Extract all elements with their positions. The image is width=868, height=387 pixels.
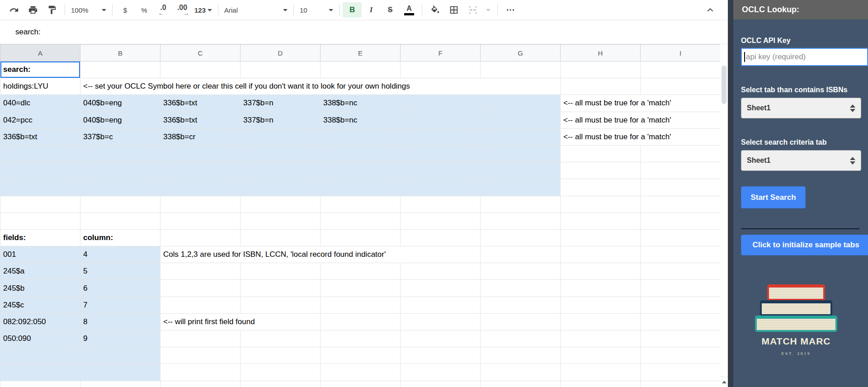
cell-C13[interactable] [160, 263, 241, 280]
cell-H16[interactable] [561, 313, 641, 330]
merge-options-button[interactable] [482, 2, 494, 18]
cell-G11[interactable] [481, 229, 561, 246]
cell-E18[interactable] [321, 347, 401, 364]
cell-I10[interactable] [641, 212, 721, 229]
currency-format-button[interactable]: $ [116, 2, 135, 18]
italic-button[interactable]: I [362, 2, 381, 18]
increase-decimal-button[interactable]: .00 → [173, 2, 192, 18]
cell-B11[interactable]: column: [80, 229, 160, 246]
cell-D11[interactable] [241, 229, 321, 246]
cell-G9[interactable] [481, 196, 561, 212]
cell-E15[interactable] [321, 297, 401, 313]
cell-C8[interactable] [160, 179, 241, 196]
cell-D10[interactable] [241, 212, 321, 229]
cell-I1[interactable] [641, 61, 721, 78]
cell-D7[interactable] [241, 162, 321, 179]
cell-A7[interactable] [0, 162, 80, 179]
print-button[interactable] [24, 2, 42, 18]
cell-A15[interactable]: 245$c [0, 297, 80, 313]
cell-C7[interactable] [160, 162, 241, 179]
cell-H6[interactable] [561, 145, 641, 162]
cell-B19[interactable] [80, 364, 160, 381]
cell-A14[interactable]: 245$b [0, 280, 80, 297]
cell-I18[interactable] [641, 347, 721, 364]
cell-I8[interactable] [641, 179, 721, 196]
cell-A2[interactable]: holdings:LYU [0, 78, 80, 95]
cell-H12[interactable] [561, 246, 641, 263]
cell-A12[interactable]: 001 [0, 246, 80, 263]
cell-G1[interactable] [481, 61, 561, 78]
cell-C11[interactable] [160, 229, 241, 246]
scrollbar-thumb[interactable] [722, 66, 726, 104]
cell-B10[interactable] [80, 212, 160, 229]
cell-G8[interactable] [481, 179, 561, 196]
cell-H7[interactable] [561, 162, 641, 179]
cell-H11[interactable] [561, 229, 641, 246]
cell-E11[interactable] [321, 229, 401, 246]
cell-F1[interactable] [401, 61, 481, 78]
cell-G6[interactable] [481, 145, 561, 162]
cell-I9[interactable] [641, 196, 721, 212]
cell-F8[interactable] [401, 179, 481, 196]
cell-F3[interactable] [401, 95, 481, 112]
isbn-tab-select[interactable]: Sheet1 [741, 98, 861, 118]
cell-I17[interactable] [641, 330, 721, 347]
cell-H2[interactable] [561, 78, 641, 95]
cell-H20[interactable] [561, 381, 641, 387]
cell-B16[interactable]: 8 [80, 313, 160, 330]
cell-H10[interactable] [561, 212, 641, 229]
cell-B6[interactable] [80, 145, 160, 162]
initialize-sample-tabs-button[interactable]: Click to initialize sample tabs [741, 235, 868, 255]
cell-B3[interactable]: 040$b=eng [80, 95, 160, 112]
text-color-button[interactable]: A [400, 2, 419, 18]
number-format-button[interactable]: 123 [192, 2, 215, 18]
column-header-G[interactable]: G [481, 45, 561, 61]
cell-E1[interactable] [321, 61, 401, 78]
cell-B7[interactable] [80, 162, 160, 179]
cell-E16[interactable] [321, 313, 401, 330]
cell-I16[interactable] [641, 313, 721, 330]
cell-A1[interactable]: search: [0, 61, 80, 78]
column-header-D[interactable]: D [241, 45, 321, 61]
borders-button[interactable] [444, 2, 463, 18]
font-size-select[interactable]: 10 [297, 2, 336, 18]
cell-D6[interactable] [241, 145, 321, 162]
column-header-H[interactable]: H [561, 45, 641, 61]
cell-I14[interactable] [641, 280, 721, 297]
cell-I6[interactable] [641, 145, 721, 162]
cell-A8[interactable] [0, 179, 80, 196]
cell-G5[interactable] [481, 128, 561, 145]
start-search-button[interactable]: Start Search [741, 186, 806, 208]
cell-H3[interactable]: <-- all must be true for a 'match' [561, 95, 721, 112]
cell-F13[interactable] [401, 263, 481, 280]
cell-F5[interactable] [401, 128, 481, 145]
cell-G20[interactable] [481, 381, 561, 387]
cell-G15[interactable] [481, 297, 561, 313]
cell-D15[interactable] [241, 297, 321, 313]
cell-I19[interactable] [641, 364, 721, 381]
cell-I13[interactable] [641, 263, 721, 280]
cell-A10[interactable] [0, 212, 80, 229]
cell-E10[interactable] [321, 212, 401, 229]
cell-G16[interactable] [481, 313, 561, 330]
font-select[interactable]: Arial [222, 2, 290, 18]
cell-D14[interactable] [241, 280, 321, 297]
cell-A20[interactable] [0, 381, 80, 387]
collapse-toolbar-button[interactable] [701, 2, 720, 18]
more-options-button[interactable] [501, 2, 520, 18]
cell-G10[interactable] [481, 212, 561, 229]
cell-A6[interactable] [0, 145, 80, 162]
cell-H18[interactable] [561, 347, 641, 364]
cell-F6[interactable] [401, 145, 481, 162]
cell-C15[interactable] [160, 297, 241, 313]
column-header-E[interactable]: E [321, 45, 401, 61]
cell-G4[interactable] [481, 112, 561, 128]
cell-C1[interactable] [160, 61, 241, 78]
cell-E14[interactable] [321, 280, 401, 297]
cell-G17[interactable] [481, 330, 561, 347]
column-header-F[interactable]: F [401, 45, 481, 61]
cell-F11[interactable] [401, 229, 481, 246]
cell-B14[interactable]: 6 [80, 280, 160, 297]
cell-A3[interactable]: 040=dlc [0, 95, 80, 112]
cell-D20[interactable] [241, 381, 321, 387]
